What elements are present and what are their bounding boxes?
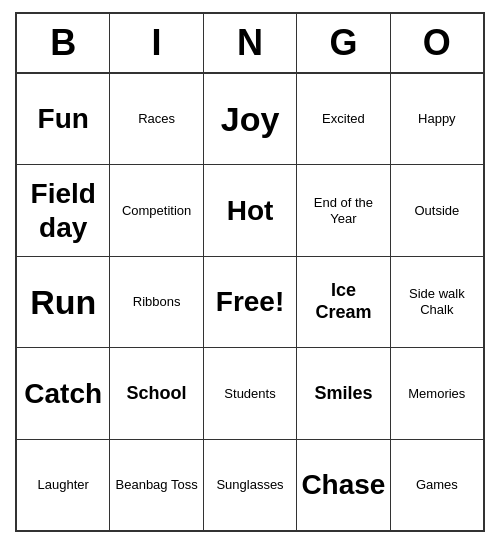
header-letter-O: O: [391, 14, 483, 72]
bingo-row-4: LaughterBeanbag TossSunglassesChaseGames: [17, 440, 483, 530]
header-letter-B: B: [17, 14, 110, 72]
bingo-cell-1-3: End of the Year: [297, 165, 390, 255]
bingo-cell-2-1: Ribbons: [110, 257, 203, 347]
bingo-cell-3-2: Students: [204, 348, 297, 438]
bingo-cell-0-3: Excited: [297, 74, 390, 164]
bingo-row-2: RunRibbonsFree!Ice CreamSide walk Chalk: [17, 257, 483, 348]
bingo-card: BINGO FunRacesJoyExcitedHappyField dayCo…: [15, 12, 485, 532]
bingo-grid: FunRacesJoyExcitedHappyField dayCompetit…: [17, 74, 483, 530]
bingo-cell-1-4: Outside: [391, 165, 483, 255]
bingo-cell-4-2: Sunglasses: [204, 440, 297, 530]
bingo-cell-2-2: Free!: [204, 257, 297, 347]
bingo-cell-0-2: Joy: [204, 74, 297, 164]
bingo-cell-2-4: Side walk Chalk: [391, 257, 483, 347]
bingo-cell-0-0: Fun: [17, 74, 110, 164]
header-letter-N: N: [204, 14, 297, 72]
bingo-cell-0-4: Happy: [391, 74, 483, 164]
bingo-cell-4-4: Games: [391, 440, 483, 530]
bingo-cell-3-1: School: [110, 348, 203, 438]
bingo-cell-4-3: Chase: [297, 440, 390, 530]
bingo-cell-0-1: Races: [110, 74, 203, 164]
bingo-cell-3-0: Catch: [17, 348, 110, 438]
bingo-cell-3-3: Smiles: [297, 348, 390, 438]
bingo-cell-4-1: Beanbag Toss: [110, 440, 203, 530]
bingo-cell-1-2: Hot: [204, 165, 297, 255]
bingo-cell-1-1: Competition: [110, 165, 203, 255]
bingo-cell-3-4: Memories: [391, 348, 483, 438]
header-letter-G: G: [297, 14, 390, 72]
bingo-row-1: Field dayCompetitionHotEnd of the YearOu…: [17, 165, 483, 256]
bingo-row-0: FunRacesJoyExcitedHappy: [17, 74, 483, 165]
bingo-cell-2-3: Ice Cream: [297, 257, 390, 347]
header-letter-I: I: [110, 14, 203, 72]
bingo-cell-2-0: Run: [17, 257, 110, 347]
bingo-cell-4-0: Laughter: [17, 440, 110, 530]
bingo-header: BINGO: [17, 14, 483, 74]
bingo-cell-1-0: Field day: [17, 165, 110, 255]
bingo-row-3: CatchSchoolStudentsSmilesMemories: [17, 348, 483, 439]
